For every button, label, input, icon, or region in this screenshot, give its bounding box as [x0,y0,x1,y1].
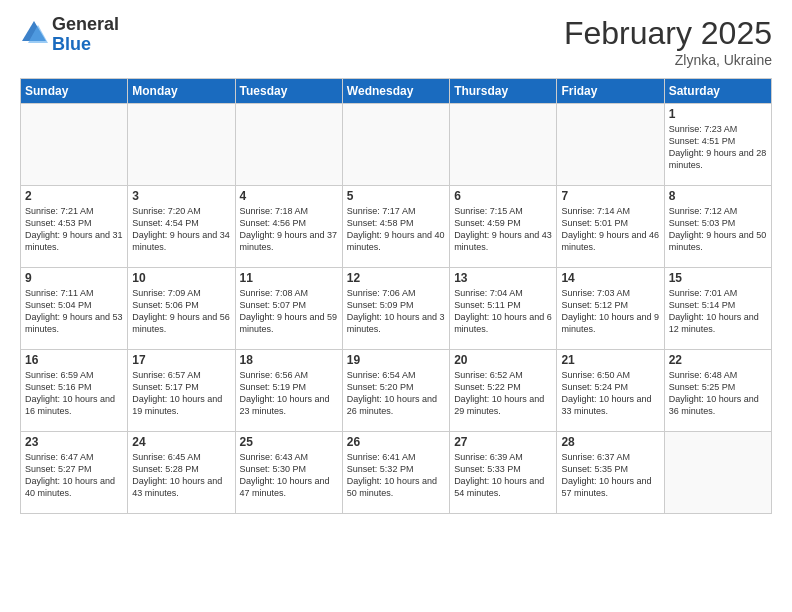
day-number: 11 [240,271,338,285]
calendar-cell: 23Sunrise: 6:47 AM Sunset: 5:27 PM Dayli… [21,432,128,514]
calendar-cell: 13Sunrise: 7:04 AM Sunset: 5:11 PM Dayli… [450,268,557,350]
col-monday: Monday [128,79,235,104]
day-number: 10 [132,271,230,285]
day-info: Sunrise: 7:17 AM Sunset: 4:58 PM Dayligh… [347,205,445,254]
page-header: General Blue February 2025 Zlynka, Ukrai… [20,15,772,68]
day-info: Sunrise: 6:54 AM Sunset: 5:20 PM Dayligh… [347,369,445,418]
calendar-header-row: Sunday Monday Tuesday Wednesday Thursday… [21,79,772,104]
day-number: 13 [454,271,552,285]
day-number: 16 [25,353,123,367]
day-info: Sunrise: 6:50 AM Sunset: 5:24 PM Dayligh… [561,369,659,418]
day-info: Sunrise: 7:04 AM Sunset: 5:11 PM Dayligh… [454,287,552,336]
day-info: Sunrise: 7:08 AM Sunset: 5:07 PM Dayligh… [240,287,338,336]
calendar-cell [450,104,557,186]
day-number: 4 [240,189,338,203]
day-number: 2 [25,189,123,203]
logo-text: General Blue [52,15,119,55]
day-number: 23 [25,435,123,449]
calendar-cell [557,104,664,186]
col-sunday: Sunday [21,79,128,104]
calendar-week-2: 2Sunrise: 7:21 AM Sunset: 4:53 PM Daylig… [21,186,772,268]
calendar-cell: 3Sunrise: 7:20 AM Sunset: 4:54 PM Daylig… [128,186,235,268]
day-info: Sunrise: 7:18 AM Sunset: 4:56 PM Dayligh… [240,205,338,254]
day-info: Sunrise: 6:47 AM Sunset: 5:27 PM Dayligh… [25,451,123,500]
day-info: Sunrise: 7:20 AM Sunset: 4:54 PM Dayligh… [132,205,230,254]
day-number: 8 [669,189,767,203]
calendar-week-4: 16Sunrise: 6:59 AM Sunset: 5:16 PM Dayli… [21,350,772,432]
calendar-cell [21,104,128,186]
day-info: Sunrise: 7:12 AM Sunset: 5:03 PM Dayligh… [669,205,767,254]
calendar-cell: 6Sunrise: 7:15 AM Sunset: 4:59 PM Daylig… [450,186,557,268]
logo-blue-text: Blue [52,35,119,55]
calendar-cell: 7Sunrise: 7:14 AM Sunset: 5:01 PM Daylig… [557,186,664,268]
day-info: Sunrise: 6:37 AM Sunset: 5:35 PM Dayligh… [561,451,659,500]
col-wednesday: Wednesday [342,79,449,104]
day-info: Sunrise: 6:48 AM Sunset: 5:25 PM Dayligh… [669,369,767,418]
calendar-cell [235,104,342,186]
calendar-cell: 12Sunrise: 7:06 AM Sunset: 5:09 PM Dayli… [342,268,449,350]
logo-general-text: General [52,15,119,35]
day-info: Sunrise: 7:23 AM Sunset: 4:51 PM Dayligh… [669,123,767,172]
calendar-cell: 18Sunrise: 6:56 AM Sunset: 5:19 PM Dayli… [235,350,342,432]
calendar-cell: 17Sunrise: 6:57 AM Sunset: 5:17 PM Dayli… [128,350,235,432]
day-number: 26 [347,435,445,449]
calendar-cell: 20Sunrise: 6:52 AM Sunset: 5:22 PM Dayli… [450,350,557,432]
day-number: 12 [347,271,445,285]
day-number: 3 [132,189,230,203]
calendar-cell [342,104,449,186]
calendar-cell: 2Sunrise: 7:21 AM Sunset: 4:53 PM Daylig… [21,186,128,268]
day-number: 20 [454,353,552,367]
day-info: Sunrise: 6:41 AM Sunset: 5:32 PM Dayligh… [347,451,445,500]
day-info: Sunrise: 6:56 AM Sunset: 5:19 PM Dayligh… [240,369,338,418]
calendar-week-3: 9Sunrise: 7:11 AM Sunset: 5:04 PM Daylig… [21,268,772,350]
col-friday: Friday [557,79,664,104]
day-number: 15 [669,271,767,285]
calendar-cell: 28Sunrise: 6:37 AM Sunset: 5:35 PM Dayli… [557,432,664,514]
day-number: 25 [240,435,338,449]
day-number: 19 [347,353,445,367]
day-info: Sunrise: 7:01 AM Sunset: 5:14 PM Dayligh… [669,287,767,336]
calendar-cell: 15Sunrise: 7:01 AM Sunset: 5:14 PM Dayli… [664,268,771,350]
calendar-table: Sunday Monday Tuesday Wednesday Thursday… [20,78,772,514]
location-text: Zlynka, Ukraine [564,52,772,68]
calendar-cell: 16Sunrise: 6:59 AM Sunset: 5:16 PM Dayli… [21,350,128,432]
calendar-cell: 22Sunrise: 6:48 AM Sunset: 5:25 PM Dayli… [664,350,771,432]
day-number: 27 [454,435,552,449]
day-number: 7 [561,189,659,203]
day-number: 9 [25,271,123,285]
col-saturday: Saturday [664,79,771,104]
day-info: Sunrise: 7:21 AM Sunset: 4:53 PM Dayligh… [25,205,123,254]
page-container: General Blue February 2025 Zlynka, Ukrai… [0,0,792,524]
day-info: Sunrise: 6:43 AM Sunset: 5:30 PM Dayligh… [240,451,338,500]
calendar-cell: 26Sunrise: 6:41 AM Sunset: 5:32 PM Dayli… [342,432,449,514]
calendar-cell: 27Sunrise: 6:39 AM Sunset: 5:33 PM Dayli… [450,432,557,514]
day-number: 28 [561,435,659,449]
title-block: February 2025 Zlynka, Ukraine [564,15,772,68]
calendar-cell: 10Sunrise: 7:09 AM Sunset: 5:06 PM Dayli… [128,268,235,350]
day-info: Sunrise: 7:14 AM Sunset: 5:01 PM Dayligh… [561,205,659,254]
col-tuesday: Tuesday [235,79,342,104]
calendar-cell: 4Sunrise: 7:18 AM Sunset: 4:56 PM Daylig… [235,186,342,268]
calendar-week-1: 1Sunrise: 7:23 AM Sunset: 4:51 PM Daylig… [21,104,772,186]
day-number: 24 [132,435,230,449]
calendar-cell [128,104,235,186]
calendar-cell: 11Sunrise: 7:08 AM Sunset: 5:07 PM Dayli… [235,268,342,350]
day-info: Sunrise: 6:59 AM Sunset: 5:16 PM Dayligh… [25,369,123,418]
day-info: Sunrise: 7:15 AM Sunset: 4:59 PM Dayligh… [454,205,552,254]
calendar-cell: 24Sunrise: 6:45 AM Sunset: 5:28 PM Dayli… [128,432,235,514]
calendar-cell [664,432,771,514]
logo-icon [20,19,48,47]
day-number: 18 [240,353,338,367]
day-info: Sunrise: 6:45 AM Sunset: 5:28 PM Dayligh… [132,451,230,500]
day-info: Sunrise: 6:57 AM Sunset: 5:17 PM Dayligh… [132,369,230,418]
day-info: Sunrise: 7:06 AM Sunset: 5:09 PM Dayligh… [347,287,445,336]
day-number: 17 [132,353,230,367]
month-year-title: February 2025 [564,15,772,52]
day-info: Sunrise: 6:39 AM Sunset: 5:33 PM Dayligh… [454,451,552,500]
calendar-cell: 25Sunrise: 6:43 AM Sunset: 5:30 PM Dayli… [235,432,342,514]
day-info: Sunrise: 7:03 AM Sunset: 5:12 PM Dayligh… [561,287,659,336]
logo: General Blue [20,15,119,55]
col-thursday: Thursday [450,79,557,104]
calendar-cell: 8Sunrise: 7:12 AM Sunset: 5:03 PM Daylig… [664,186,771,268]
day-number: 14 [561,271,659,285]
